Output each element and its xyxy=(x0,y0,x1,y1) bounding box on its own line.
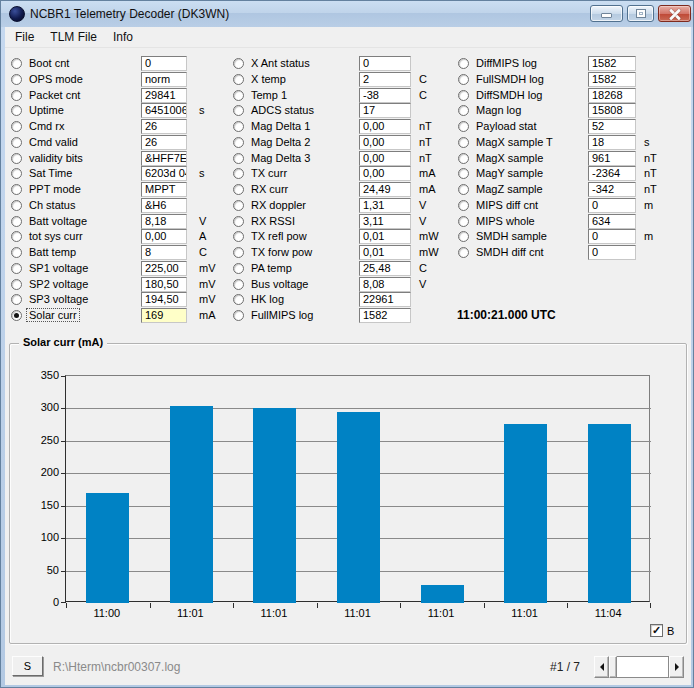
radio-rx-curr[interactable] xyxy=(233,184,244,195)
radio-fullsmdh-log[interactable] xyxy=(458,74,469,85)
radio-diffmips-log[interactable] xyxy=(458,58,469,69)
radio-packet-cnt[interactable] xyxy=(11,90,22,101)
maximize-button[interactable] xyxy=(627,5,654,22)
radio-rx-rssi[interactable] xyxy=(233,216,244,227)
field-value-magx-sample[interactable]: 961 xyxy=(588,151,636,166)
radio-cmd-rx[interactable] xyxy=(11,121,22,132)
radio-mips-diff-cnt[interactable] xyxy=(458,200,469,211)
radio-mag-delta-2[interactable] xyxy=(233,137,244,148)
field-value-rx-doppler[interactable]: 1,31 xyxy=(359,198,411,213)
field-value-sp2-voltage[interactable]: 180,50 xyxy=(141,277,187,292)
radio-batt-temp[interactable] xyxy=(11,247,22,258)
radio-rx-doppler[interactable] xyxy=(233,200,244,211)
field-value-tx-refl-pow[interactable]: 0,01 xyxy=(359,229,411,244)
field-value-smdh-diff-cnt[interactable]: 0 xyxy=(588,245,636,260)
radio-batt-voltage[interactable] xyxy=(11,216,22,227)
title-bar[interactable]: NCBR1 Telemetry Decoder (DK3WN) xyxy=(1,1,693,27)
radio-solar-curr[interactable] xyxy=(11,310,22,321)
field-value-magn-log[interactable]: 15808 xyxy=(588,103,636,118)
field-value-smdh-sample[interactable]: 0 xyxy=(588,229,636,244)
radio-ppt-mode[interactable] xyxy=(11,184,22,195)
field-value-fullmips-log[interactable]: 1582 xyxy=(359,308,411,323)
radio-uptime[interactable] xyxy=(11,105,22,116)
radio-tx-refl-pow[interactable] xyxy=(233,231,244,242)
radio-magx-sample-t[interactable] xyxy=(458,137,469,148)
radio-x-temp[interactable] xyxy=(233,74,244,85)
radio-mips-whole[interactable] xyxy=(458,216,469,227)
radio-tx-forw-pow[interactable] xyxy=(233,247,244,258)
field-value-magx-sample-t[interactable]: 18 xyxy=(588,135,636,150)
radio-ch-status[interactable] xyxy=(11,200,22,211)
radio-sat-time[interactable] xyxy=(11,168,22,179)
field-value-sp1-voltage[interactable]: 225,00 xyxy=(141,261,187,276)
field-value-payload-stat[interactable]: 52 xyxy=(588,119,636,134)
field-value-ops-mode[interactable]: norm xyxy=(141,72,187,87)
scroll-track[interactable] xyxy=(617,656,669,678)
field-value-diffsmdh-log[interactable]: 18268 xyxy=(588,88,636,103)
field-value-sp3-voltage[interactable]: 194,50 xyxy=(141,292,187,307)
radio-hk-log[interactable] xyxy=(233,294,244,305)
field-value-batt-temp[interactable]: 8 xyxy=(141,245,187,260)
scroll-left-button[interactable] xyxy=(594,656,609,678)
field-value-cmd-valid[interactable]: 26 xyxy=(141,135,187,150)
field-value-adcs-status[interactable]: 17 xyxy=(359,103,411,118)
minimize-button[interactable] xyxy=(590,5,623,22)
field-value-x-ant-status[interactable]: 0 xyxy=(359,56,411,71)
radio-magx-sample[interactable] xyxy=(458,153,469,164)
radio-mag-delta-3[interactable] xyxy=(233,153,244,164)
radio-tot-sys-curr[interactable] xyxy=(11,231,22,242)
radio-bus-voltage[interactable] xyxy=(233,279,244,290)
field-value-magy-sample[interactable]: -2364 xyxy=(588,166,636,181)
close-button[interactable] xyxy=(658,5,691,22)
field-value-mag-delta-3[interactable]: 0,00 xyxy=(359,151,411,166)
radio-validity-bits[interactable] xyxy=(11,153,22,164)
radio-boot-cnt[interactable] xyxy=(11,58,22,69)
field-value-fullsmdh-log[interactable]: 1582 xyxy=(588,72,636,87)
field-value-mag-delta-2[interactable]: 0,00 xyxy=(359,135,411,150)
radio-smdh-diff-cnt[interactable] xyxy=(458,247,469,258)
radio-payload-stat[interactable] xyxy=(458,121,469,132)
radio-tx-curr[interactable] xyxy=(233,168,244,179)
field-value-diffmips-log[interactable]: 1582 xyxy=(588,56,636,71)
menu-file[interactable]: File xyxy=(7,28,42,46)
scroll-right-button[interactable] xyxy=(669,656,684,678)
radio-temp-1[interactable] xyxy=(233,90,244,101)
b-checkbox[interactable]: ✓ xyxy=(650,624,663,637)
field-value-x-temp[interactable]: 2 xyxy=(359,72,411,87)
radio-sp3-voltage[interactable] xyxy=(11,294,22,305)
field-value-hk-log[interactable]: 22961 xyxy=(359,292,411,307)
field-value-mips-diff-cnt[interactable]: 0 xyxy=(588,198,636,213)
field-value-validity-bits[interactable]: &HFF7E xyxy=(141,151,187,166)
radio-smdh-sample[interactable] xyxy=(458,231,469,242)
radio-pa-temp[interactable] xyxy=(233,263,244,274)
field-value-uptime[interactable]: 6451006 xyxy=(141,103,187,118)
field-value-tx-curr[interactable]: 0,00 xyxy=(359,166,411,181)
radio-mag-delta-1[interactable] xyxy=(233,121,244,132)
s-button[interactable]: S xyxy=(12,656,43,676)
menu-tlm-file[interactable]: TLM File xyxy=(42,28,105,46)
field-value-temp-1[interactable]: -38 xyxy=(359,88,411,103)
radio-ops-mode[interactable] xyxy=(11,74,22,85)
field-value-batt-voltage[interactable]: 8,18 xyxy=(141,214,187,229)
field-value-ch-status[interactable]: &H6 xyxy=(141,198,187,213)
radio-sp1-voltage[interactable] xyxy=(11,263,22,274)
field-value-boot-cnt[interactable]: 0 xyxy=(141,56,187,71)
field-value-pa-temp[interactable]: 25,48 xyxy=(359,261,411,276)
radio-magn-log[interactable] xyxy=(458,105,469,116)
radio-magy-sample[interactable] xyxy=(458,168,469,179)
field-value-mips-whole[interactable]: 634 xyxy=(588,214,636,229)
field-value-rx-rssi[interactable]: 3,11 xyxy=(359,214,411,229)
radio-x-ant-status[interactable] xyxy=(233,58,244,69)
field-value-tx-forw-pow[interactable]: 0,01 xyxy=(359,245,411,260)
scroll-thumb[interactable] xyxy=(609,656,617,678)
field-value-magz-sample[interactable]: -342 xyxy=(588,182,636,197)
radio-fullmips-log[interactable] xyxy=(233,310,244,321)
field-value-tot-sys-curr[interactable]: 0,00 xyxy=(141,229,187,244)
menu-info[interactable]: Info xyxy=(105,28,141,46)
field-value-bus-voltage[interactable]: 8,08 xyxy=(359,277,411,292)
radio-adcs-status[interactable] xyxy=(233,105,244,116)
field-value-solar-curr[interactable]: 169 xyxy=(141,308,187,323)
field-value-cmd-rx[interactable]: 26 xyxy=(141,119,187,134)
field-value-ppt-mode[interactable]: MPPT xyxy=(141,182,187,197)
field-value-rx-curr[interactable]: 24,49 xyxy=(359,182,411,197)
